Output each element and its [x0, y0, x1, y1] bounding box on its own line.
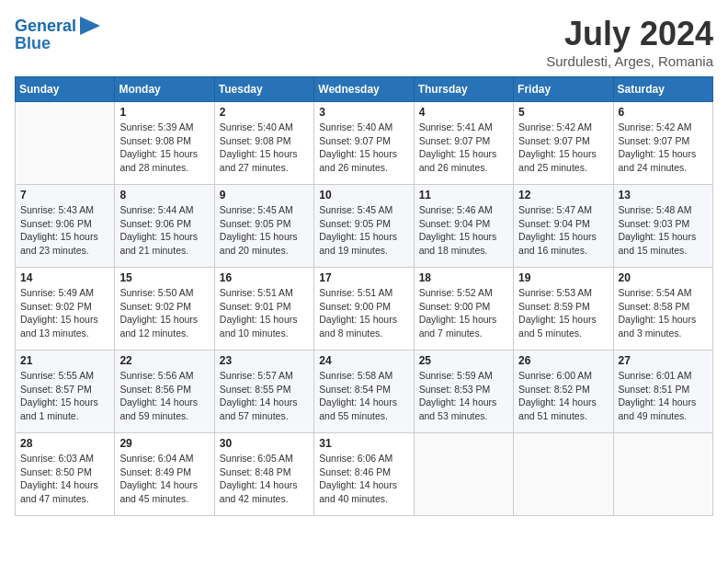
day-info: Sunrise: 6:03 AM Sunset: 8:50 PM Dayligh…: [20, 452, 109, 506]
day-info: Sunrise: 6:01 AM Sunset: 8:51 PM Dayligh…: [619, 369, 708, 423]
calendar-cell: 25Sunrise: 5:59 AM Sunset: 8:53 PM Dayli…: [414, 350, 513, 433]
day-header-saturday: Saturday: [613, 77, 712, 102]
day-number: 25: [419, 354, 508, 367]
calendar-cell: 4Sunrise: 5:41 AM Sunset: 9:07 PM Daylig…: [414, 102, 513, 185]
calendar-cell: 31Sunrise: 6:06 AM Sunset: 8:46 PM Dayli…: [314, 433, 414, 516]
location-subtitle: Surdulesti, Arges, Romania: [546, 53, 713, 69]
calendar-week-5: 28Sunrise: 6:03 AM Sunset: 8:50 PM Dayli…: [16, 433, 713, 516]
calendar-cell: 8Sunrise: 5:44 AM Sunset: 9:06 PM Daylig…: [115, 185, 214, 268]
logo-blue-text: Blue: [15, 35, 51, 53]
calendar-week-1: 1Sunrise: 5:39 AM Sunset: 9:08 PM Daylig…: [16, 102, 713, 185]
day-info: Sunrise: 5:48 AM Sunset: 9:03 PM Dayligh…: [619, 203, 708, 258]
day-number: 9: [220, 189, 309, 201]
day-header-wednesday: Wednesday: [314, 77, 414, 102]
day-header-tuesday: Tuesday: [214, 77, 313, 102]
calendar-cell: 2Sunrise: 5:40 AM Sunset: 9:08 PM Daylig…: [214, 102, 313, 185]
calendar-cell: 14Sunrise: 5:49 AM Sunset: 9:02 PM Dayli…: [16, 268, 115, 350]
calendar-cell: 6Sunrise: 5:42 AM Sunset: 9:07 PM Daylig…: [613, 102, 712, 185]
day-number: 12: [518, 189, 608, 201]
day-number: 6: [619, 106, 708, 119]
calendar-cell: 5Sunrise: 5:42 AM Sunset: 9:07 PM Daylig…: [514, 102, 613, 185]
calendar-cell: 1Sunrise: 5:39 AM Sunset: 9:08 PM Daylig…: [115, 102, 214, 185]
day-number: 18: [419, 271, 508, 284]
day-number: 11: [419, 189, 508, 201]
day-info: Sunrise: 5:44 AM Sunset: 9:06 PM Dayligh…: [119, 203, 209, 258]
day-number: 20: [619, 271, 708, 284]
calendar-cell: [16, 102, 115, 185]
day-info: Sunrise: 6:06 AM Sunset: 8:46 PM Dayligh…: [319, 452, 408, 506]
day-info: Sunrise: 5:47 AM Sunset: 9:04 PM Dayligh…: [518, 203, 608, 258]
day-info: Sunrise: 5:43 AM Sunset: 9:06 PM Dayligh…: [20, 203, 109, 258]
day-number: 21: [20, 354, 109, 367]
day-info: Sunrise: 5:46 AM Sunset: 9:04 PM Dayligh…: [419, 203, 508, 258]
calendar-cell: [514, 433, 613, 516]
day-number: 10: [319, 189, 408, 201]
day-number: 5: [518, 106, 608, 119]
day-info: Sunrise: 5:45 AM Sunset: 9:05 PM Dayligh…: [319, 203, 408, 258]
day-info: Sunrise: 5:45 AM Sunset: 9:05 PM Dayligh…: [220, 203, 309, 258]
page-header: General Blue July 2024 Surdulesti, Arges…: [15, 15, 713, 69]
day-number: 19: [518, 271, 608, 284]
calendar-cell: 9Sunrise: 5:45 AM Sunset: 9:05 PM Daylig…: [214, 185, 313, 268]
svg-marker-0: [80, 17, 100, 35]
day-info: Sunrise: 5:42 AM Sunset: 9:07 PM Dayligh…: [619, 121, 708, 175]
logo-text: General: [15, 17, 76, 36]
calendar-cell: 13Sunrise: 5:48 AM Sunset: 9:03 PM Dayli…: [613, 185, 712, 268]
day-info: Sunrise: 5:40 AM Sunset: 9:08 PM Dayligh…: [220, 121, 309, 175]
day-number: 8: [119, 189, 209, 201]
calendar-cell: 15Sunrise: 5:50 AM Sunset: 9:02 PM Dayli…: [115, 268, 214, 350]
day-number: 24: [319, 354, 408, 367]
calendar-cell: 11Sunrise: 5:46 AM Sunset: 9:04 PM Dayli…: [414, 185, 513, 268]
calendar-cell: 29Sunrise: 6:04 AM Sunset: 8:49 PM Dayli…: [115, 433, 214, 516]
day-number: 15: [119, 271, 209, 284]
calendar-cell: [414, 433, 513, 516]
calendar-cell: 26Sunrise: 6:00 AM Sunset: 8:52 PM Dayli…: [514, 350, 613, 433]
calendar-cell: 18Sunrise: 5:52 AM Sunset: 9:00 PM Dayli…: [414, 268, 513, 350]
logo: General Blue: [15, 15, 100, 53]
day-number: 27: [619, 354, 708, 367]
calendar-cell: 7Sunrise: 5:43 AM Sunset: 9:06 PM Daylig…: [16, 185, 115, 268]
day-info: Sunrise: 5:58 AM Sunset: 8:54 PM Dayligh…: [319, 369, 408, 423]
calendar-cell: 16Sunrise: 5:51 AM Sunset: 9:01 PM Dayli…: [214, 268, 313, 350]
day-info: Sunrise: 5:55 AM Sunset: 8:57 PM Dayligh…: [20, 369, 109, 423]
day-number: 7: [20, 189, 109, 201]
day-info: Sunrise: 5:51 AM Sunset: 9:01 PM Dayligh…: [220, 286, 309, 340]
calendar-cell: 22Sunrise: 5:56 AM Sunset: 8:56 PM Dayli…: [115, 350, 214, 433]
day-number: 16: [220, 271, 309, 284]
day-info: Sunrise: 5:57 AM Sunset: 8:55 PM Dayligh…: [220, 369, 309, 423]
day-header-thursday: Thursday: [414, 77, 513, 102]
calendar-week-3: 14Sunrise: 5:49 AM Sunset: 9:02 PM Dayli…: [16, 268, 713, 350]
day-header-friday: Friday: [514, 77, 613, 102]
month-year-title: July 2024: [546, 15, 713, 53]
day-info: Sunrise: 5:40 AM Sunset: 9:07 PM Dayligh…: [319, 121, 408, 175]
title-area: July 2024 Surdulesti, Arges, Romania: [546, 15, 713, 69]
day-info: Sunrise: 5:53 AM Sunset: 8:59 PM Dayligh…: [518, 286, 608, 340]
calendar-header-row: SundayMondayTuesdayWednesdayThursdayFrid…: [16, 77, 713, 102]
day-header-monday: Monday: [115, 77, 214, 102]
day-number: 2: [220, 106, 309, 119]
day-info: Sunrise: 6:00 AM Sunset: 8:52 PM Dayligh…: [518, 369, 608, 423]
day-number: 3: [319, 106, 408, 119]
calendar-cell: 20Sunrise: 5:54 AM Sunset: 8:58 PM Dayli…: [613, 268, 712, 350]
calendar-cell: [613, 433, 712, 516]
calendar-week-4: 21Sunrise: 5:55 AM Sunset: 8:57 PM Dayli…: [16, 350, 713, 433]
day-number: 13: [619, 189, 708, 201]
day-number: 31: [319, 437, 408, 450]
day-info: Sunrise: 5:42 AM Sunset: 9:07 PM Dayligh…: [518, 121, 608, 175]
calendar-cell: 30Sunrise: 6:05 AM Sunset: 8:48 PM Dayli…: [214, 433, 313, 516]
day-number: 17: [319, 271, 408, 284]
day-info: Sunrise: 5:39 AM Sunset: 9:08 PM Dayligh…: [119, 121, 209, 175]
day-info: Sunrise: 5:56 AM Sunset: 8:56 PM Dayligh…: [119, 369, 209, 423]
day-number: 22: [119, 354, 209, 367]
calendar-cell: 17Sunrise: 5:51 AM Sunset: 9:00 PM Dayli…: [314, 268, 414, 350]
day-number: 1: [119, 106, 209, 119]
day-info: Sunrise: 5:51 AM Sunset: 9:00 PM Dayligh…: [319, 286, 408, 340]
day-info: Sunrise: 5:49 AM Sunset: 9:02 PM Dayligh…: [20, 286, 109, 340]
day-number: 28: [20, 437, 109, 450]
day-number: 30: [220, 437, 309, 450]
calendar-cell: 10Sunrise: 5:45 AM Sunset: 9:05 PM Dayli…: [314, 185, 414, 268]
calendar-table: SundayMondayTuesdayWednesdayThursdayFrid…: [15, 76, 713, 516]
day-number: 26: [518, 354, 608, 367]
day-info: Sunrise: 6:04 AM Sunset: 8:49 PM Dayligh…: [119, 452, 209, 506]
calendar-cell: 3Sunrise: 5:40 AM Sunset: 9:07 PM Daylig…: [314, 102, 414, 185]
